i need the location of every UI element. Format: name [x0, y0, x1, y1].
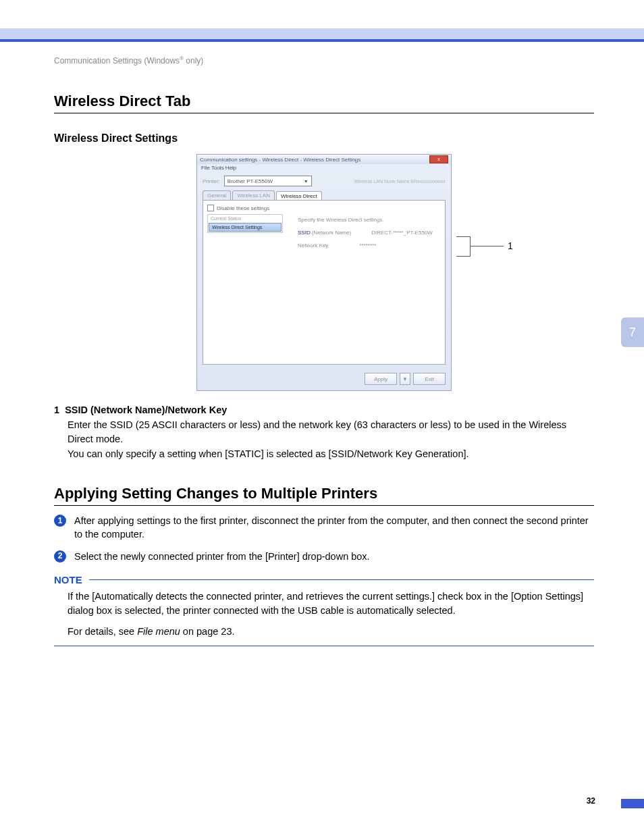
left-nav-item-selected[interactable]: Wireless Direct Settings — [209, 223, 281, 232]
note-paragraph-2: For details, see File menu on page 23. — [68, 625, 594, 639]
node-name-info: Wireless LAN Node Name BRxxxxxxxxxxxx — [354, 179, 446, 184]
printer-dropdown[interactable]: Brother PT-E550W ▼ — [224, 176, 312, 186]
ssid-value: DIRECT-*****_PT-E550W — [371, 230, 433, 236]
disable-settings-checkbox[interactable] — [207, 205, 214, 211]
step-badge-2: 2 — [54, 550, 66, 563]
definition-number: 1 — [54, 405, 59, 415]
apply-dropdown-button[interactable]: ▼ — [400, 373, 410, 385]
tab-wireless-direct[interactable]: Wireless Direct — [276, 191, 322, 201]
window-title: Communication settings - Wireless Direct… — [200, 157, 360, 163]
chevron-down-icon: ▼ — [304, 179, 308, 184]
note-rule-bottom — [54, 646, 594, 646]
titlebar: Communication settings - Wireless Direct… — [197, 155, 451, 164]
ssid-label: SSID — [298, 230, 311, 236]
note-p2-link[interactable]: File menu — [137, 626, 180, 637]
tab-body: Disable these settings Current Status Wi… — [203, 200, 446, 365]
right-pane-caption: Specify the Wireless Direct settings. — [298, 217, 439, 223]
network-key-value: ******** — [359, 242, 376, 249]
menubar[interactable]: File Tools Help — [197, 164, 451, 172]
step-text-1: After applying settings to the first pri… — [74, 514, 594, 542]
tab-wireless-lan[interactable]: Wireless LAN — [232, 190, 274, 200]
ssid-sublabel: (Network Name) — [312, 230, 351, 236]
step-badge-1: 1 — [54, 515, 66, 527]
settings-window: Communication settings - Wireless Direct… — [196, 154, 452, 391]
breadcrumb: Communication Settings (Windows® only) — [54, 55, 594, 66]
close-icon[interactable]: x — [429, 155, 448, 163]
disable-settings-label: Disable these settings — [217, 205, 269, 211]
callout-bracket — [456, 236, 471, 257]
footer-accent — [621, 799, 644, 808]
definition-title: SSID (Network Name)/Network Key — [65, 405, 227, 415]
definition-paragraph-1: Enter the SSID (25 ASCII characters or l… — [68, 418, 594, 446]
note-label: NOTE — [54, 574, 82, 585]
header-band — [0, 28, 644, 39]
step-text-2: Select the newly connected printer from … — [74, 550, 370, 563]
definition-paragraph-2: You can only specify a setting when [STA… — [68, 447, 594, 461]
chapter-tab: 7 — [621, 317, 644, 347]
right-pane: Specify the Wireless Direct settings. SS… — [298, 217, 439, 255]
printer-label: Printer: — [203, 178, 220, 184]
callout-number-1: 1 — [508, 240, 513, 251]
note-rule-top — [89, 579, 594, 580]
apply-button[interactable]: Apply — [365, 373, 397, 385]
left-nav-box: Current Status Wireless Direct Settings — [207, 214, 283, 233]
breadcrumb-text-pre: Communication Settings (Windows — [54, 56, 180, 66]
callout-line — [470, 246, 504, 246]
page-number: 32 — [587, 796, 595, 806]
header-rule — [0, 39, 644, 42]
heading-applying-multiple: Applying Setting Changes to Multiple Pri… — [54, 485, 594, 506]
left-nav-header: Current Status — [208, 215, 282, 222]
heading-wireless-direct-settings: Wireless Direct Settings — [54, 132, 594, 145]
printer-value: Brother PT-E550W — [227, 178, 273, 184]
note-paragraph-1: If the [Automatically detects the connec… — [68, 590, 594, 618]
note-p2-post: on page 23. — [180, 626, 235, 637]
breadcrumb-text-post: only) — [184, 56, 203, 66]
tab-general[interactable]: General — [203, 190, 231, 200]
network-key-label: Network Key — [298, 242, 328, 249]
screenshot-wrap: Communication settings - Wireless Direct… — [54, 154, 594, 391]
note-p2-pre: For details, see — [68, 626, 137, 637]
exit-button[interactable]: Exit — [413, 373, 446, 385]
heading-wireless-direct-tab: Wireless Direct Tab — [54, 93, 594, 113]
